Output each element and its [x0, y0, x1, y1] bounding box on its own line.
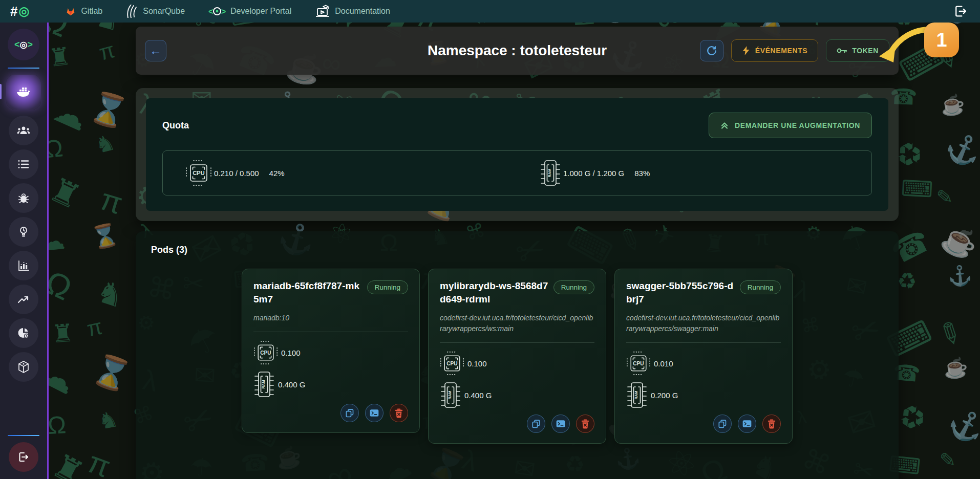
request-increase-label: DEMANDER UNE AUGMENTATION	[735, 121, 860, 129]
sidebar: <◎>	[0, 23, 49, 479]
sidebar-item-containers[interactable]	[6, 75, 41, 110]
pod-name: mariadb-65fcf8f787-mk5m7	[253, 279, 362, 306]
events-button[interactable]: ÉVÉNEMENTS	[731, 39, 818, 62]
logo-lt: <	[14, 39, 20, 50]
svg-text:RAM: RAM	[448, 391, 452, 400]
pod-image: codefirst-dev.iut.uca.fr/totoletesteur/c…	[626, 313, 781, 334]
back-button[interactable]: ←	[145, 40, 166, 61]
token-button-label: TOKEN	[852, 47, 879, 55]
sidebar-item-packages[interactable]	[9, 352, 38, 382]
logo-target-glyph: ◎	[18, 4, 29, 18]
pod-card-header: mylibrarydb-ws-8568d7d649-rdrml Running	[440, 279, 594, 306]
quota-section: Quota DEMANDER UNE AUGMENTATION CPU 0.21…	[136, 88, 899, 221]
package-icon	[17, 360, 30, 374]
pods-title: Pods (3)	[151, 245, 899, 255]
ram-chip-icon: RAM	[440, 381, 461, 409]
pod-memory-value: 0.400 G	[464, 391, 492, 400]
docker-icon	[16, 85, 31, 99]
quota-memory-value: 1.000 G / 1.200 G	[563, 169, 624, 178]
copy-icon	[717, 419, 728, 429]
quota-metrics-box: CPU 0.210 / 0.500 42% RAM 1.000 G / 1.20…	[162, 150, 872, 195]
trending-up-icon	[17, 295, 30, 304]
svg-text:CPU: CPU	[193, 170, 204, 176]
cpu-chip-icon: CPU	[253, 340, 278, 365]
logout-icon	[17, 451, 30, 463]
status-badge: Running	[740, 280, 781, 294]
pod-card-header: swagger-5bb755c796-dbrj7 Running	[626, 279, 781, 306]
codefirst-logo-icon[interactable]: #◎	[10, 4, 29, 19]
nav-link-gitlab[interactable]: Gitlab	[65, 6, 102, 17]
delete-button[interactable]	[762, 415, 781, 433]
annotation-number: 1	[936, 29, 947, 51]
sidebar-item-members[interactable]	[9, 116, 38, 145]
pod-image: codefirst-dev.iut.uca.fr/totoletesteur/c…	[440, 313, 594, 334]
sidebar-item-list[interactable]	[9, 149, 38, 179]
bar-chart-icon	[17, 260, 30, 271]
sidebar-item-ideas[interactable]	[9, 217, 38, 247]
ram-chip-icon: RAM	[253, 370, 275, 399]
divider	[626, 342, 781, 343]
quota-title: Quota	[162, 120, 189, 131]
sidebar-logo[interactable]: <◎>	[8, 29, 39, 60]
request-increase-button[interactable]: DEMANDER UNE AUGMENTATION	[709, 113, 872, 138]
pod-memory-value: 0.200 G	[651, 391, 678, 400]
pod-cpu-metric: CPU 0.010	[626, 351, 781, 376]
key-icon	[837, 47, 847, 54]
divider	[253, 332, 408, 332]
nav-link-label: SonarQube	[143, 7, 185, 16]
top-navbar: #◎ Gitlab SonarQube <> Developer Portal …	[0, 0, 980, 23]
sidebar-item-stats[interactable]	[9, 251, 38, 280]
status-badge: Running	[553, 280, 594, 294]
lightning-icon	[742, 46, 750, 55]
pods-cards-row: mariadb-65fcf8f787-mk5m7 Running mariadb…	[136, 269, 899, 444]
copy-button[interactable]	[527, 415, 545, 433]
pod-cpu-value: 0.100	[467, 359, 487, 368]
pod-card: swagger-5bb755c796-dbrj7 Running codefir…	[614, 269, 793, 444]
svg-text:CPU: CPU	[446, 361, 457, 366]
svg-text:RAM: RAM	[261, 380, 266, 389]
terminal-button[interactable]	[365, 404, 384, 422]
trash-icon	[767, 419, 776, 429]
gitlab-icon	[65, 6, 76, 17]
bug-icon	[17, 192, 30, 204]
delete-button[interactable]	[576, 415, 594, 433]
sidebar-item-usage[interactable]	[9, 318, 38, 348]
svg-text:>: >	[221, 7, 226, 16]
documentation-icon	[315, 4, 330, 19]
header-actions: ÉVÉNEMENTS TOKEN	[700, 39, 889, 62]
pods-section: Pods (3) mariadb-65fcf8f787-mk5m7 Runnin…	[136, 231, 899, 479]
divider	[440, 342, 594, 343]
terminal-icon	[556, 419, 566, 429]
nav-link-label: Gitlab	[81, 7, 102, 16]
nav-link-sonarqube[interactable]: SonarQube	[126, 5, 185, 18]
quota-memory-percent: 83%	[634, 169, 650, 178]
developer-portal-icon: <>	[208, 6, 226, 17]
nav-link-developer-portal[interactable]: <> Developer Portal	[208, 6, 291, 17]
navbar-links: Gitlab SonarQube <> Developer Portal Doc…	[65, 4, 390, 19]
copy-button[interactable]	[713, 415, 732, 433]
copy-button[interactable]	[340, 404, 359, 422]
pod-memory-metric: RAM 0.200 G	[626, 381, 781, 409]
pod-cpu-value: 0.100	[281, 349, 301, 357]
nav-link-documentation[interactable]: Documentation	[315, 4, 390, 19]
pod-actions	[626, 415, 781, 433]
refresh-button[interactable]	[700, 40, 723, 61]
sidebar-item-bugs[interactable]	[9, 183, 38, 213]
delete-button[interactable]	[390, 404, 408, 422]
pod-cpu-metric: CPU 0.100	[440, 351, 594, 376]
terminal-button[interactable]	[551, 415, 570, 433]
quota-panel: Quota DEMANDER UNE AUGMENTATION CPU 0.21…	[146, 98, 888, 211]
sidebar-logout-button[interactable]	[9, 442, 38, 472]
pod-card: mylibrarydb-ws-8568d7d649-rdrml Running …	[428, 269, 606, 444]
quota-header: Quota DEMANDER UNE AUGMENTATION	[162, 113, 872, 138]
svg-text:<: <	[208, 7, 213, 16]
quota-memory-metric: RAM 1.000 G / 1.200 G 83%	[517, 159, 871, 187]
events-button-label: ÉVÉNEMENTS	[755, 47, 807, 55]
terminal-button[interactable]	[738, 415, 756, 433]
cpu-chip-icon: CPU	[626, 351, 651, 376]
list-icon	[17, 159, 30, 169]
pod-actions	[253, 404, 408, 422]
sidebar-item-trends[interactable]	[9, 285, 38, 314]
ram-chip-icon: RAM	[626, 381, 648, 409]
logout-top-button[interactable]	[953, 4, 968, 18]
